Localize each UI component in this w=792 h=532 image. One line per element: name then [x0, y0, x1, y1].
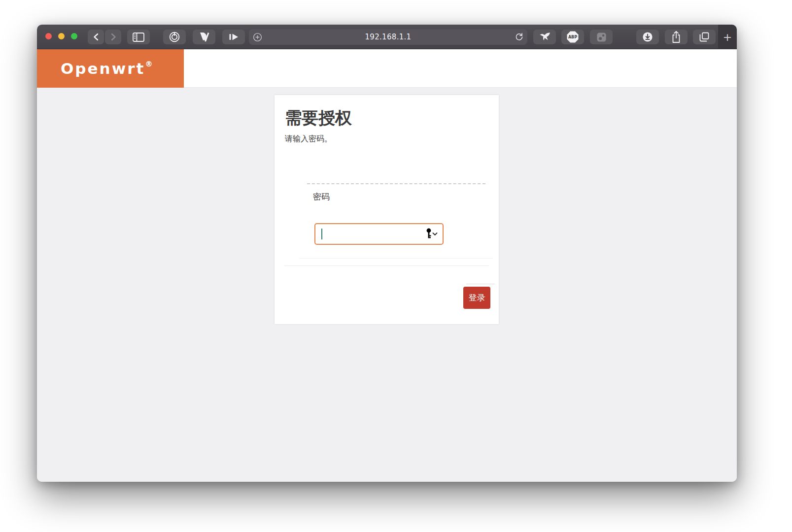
forward-button[interactable] [105, 30, 121, 44]
reload-icon[interactable] [511, 33, 527, 41]
bird-extension-button[interactable] [533, 30, 556, 44]
chevron-down-icon [432, 231, 438, 238]
vd-extension-icon [198, 32, 210, 42]
logo-text: Openwrt [61, 60, 145, 77]
section-dashed-divider [307, 183, 485, 184]
password-label: 密码 [313, 191, 330, 202]
fullscreen-window-button[interactable] [71, 33, 77, 39]
site-header: Openwrt® [37, 49, 737, 88]
dimmed-extension-button[interactable] [590, 30, 613, 44]
adblock-plus-extension-button[interactable]: ABP [561, 30, 584, 44]
share-button[interactable] [665, 30, 688, 44]
back-chevron-icon [93, 33, 100, 41]
adblock-plus-octagon-icon: ABP [566, 31, 579, 43]
tab-overview-icon [698, 31, 710, 43]
dimmed-extension-icon [596, 32, 607, 43]
bird-extension-icon [539, 32, 551, 42]
onepassword-extension-button[interactable] [163, 30, 186, 44]
onepassword-ring-icon [169, 31, 180, 43]
circled-plus-icon[interactable] [249, 33, 266, 42]
login-card: 需要授权 请输入密码。 密码 [275, 95, 499, 324]
browser-toolbar: 192.168.1.1 ABP [37, 25, 737, 49]
password-field-wrapper [314, 223, 444, 245]
login-button-label: 登录 [469, 292, 485, 303]
key-icon [426, 228, 432, 240]
sidebar-toggle-button[interactable] [127, 30, 150, 44]
page-title: 需要授权 [285, 107, 352, 130]
minimize-window-button[interactable] [58, 33, 65, 39]
password-autofill-button[interactable] [423, 227, 441, 241]
fastforward-extension-button[interactable] [222, 30, 245, 44]
url-text[interactable]: 192.168.1.1 [266, 33, 511, 41]
registered-mark: ® [145, 60, 152, 68]
section-bottom-divider [284, 266, 489, 266]
text-caret [321, 229, 322, 239]
field-bottom-divider [299, 258, 493, 259]
browser-window: 192.168.1.1 ABP [37, 25, 737, 482]
abp-label: ABP [568, 35, 577, 39]
page-subtitle: 请输入密码。 [285, 134, 332, 144]
tab-overview-button[interactable] [693, 30, 716, 44]
address-bar[interactable]: 192.168.1.1 [249, 29, 527, 45]
plus-icon: + [723, 31, 732, 43]
downloads-button[interactable] [636, 30, 659, 44]
openwrt-logo[interactable]: Openwrt® [37, 49, 184, 88]
download-circle-icon [642, 31, 654, 43]
share-arrow-icon [671, 31, 682, 43]
page-content: 需要授权 请输入密码。 密码 [37, 88, 737, 482]
forward-chevron-icon [110, 33, 117, 41]
new-tab-button[interactable]: + [718, 25, 737, 49]
back-button[interactable] [88, 30, 104, 44]
actions-divider [466, 284, 495, 284]
fastforward-play-icon [228, 32, 240, 42]
sidebar-panel-icon [133, 33, 144, 42]
vd-extension-button[interactable] [193, 30, 215, 44]
close-window-button[interactable] [45, 33, 52, 39]
login-button[interactable]: 登录 [463, 287, 490, 309]
